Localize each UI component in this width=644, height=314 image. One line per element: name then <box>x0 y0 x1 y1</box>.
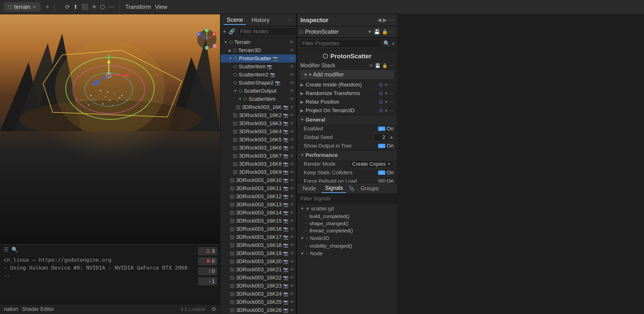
warning-badge[interactable]: ⚠ 3 <box>198 247 217 255</box>
rock8-vis-icon[interactable]: 👁 <box>290 162 294 167</box>
tab-groups[interactable]: Groups <box>357 184 382 193</box>
tree-item-rock1[interactable]: ⬛ 3DRock003_16K 📷 👁 <box>220 103 296 111</box>
rock11-vis-icon[interactable]: 👁 <box>290 186 294 191</box>
tree-item-rock15[interactable]: ⬛ 3DRock003_16K15 📷 👁 <box>220 217 296 225</box>
info-badge[interactable]: i 1 <box>198 277 217 285</box>
scatteritem-sub-vis-icon[interactable]: 👁 <box>290 97 294 102</box>
tab-node[interactable]: Node <box>300 184 319 193</box>
nav-forward-icon[interactable]: ▶ <box>383 17 387 23</box>
enabled-toggle[interactable]: ✓ <box>378 127 385 131</box>
rock5-cam-icon[interactable]: 📷 <box>283 137 288 142</box>
tree-item-scatteritem2[interactable]: ⬡ ScatterItem2 📷 👁 <box>220 71 296 79</box>
rock20-cam-icon[interactable]: 📷 <box>283 259 288 264</box>
rock14-vis-icon[interactable]: 👁 <box>290 210 294 215</box>
rock19-cam-icon[interactable]: 📷 <box>283 251 288 256</box>
signal-search-input[interactable] <box>297 194 397 204</box>
rock21-vis-icon[interactable]: 👁 <box>290 267 294 272</box>
error-badge[interactable]: ✖ 0 <box>198 257 217 265</box>
tree-item-rock19[interactable]: ⬛ 3DRock003_16K19 📷 👁 <box>220 249 296 257</box>
modifier-more-icon[interactable]: ⋯ <box>389 63 394 68</box>
insp-save-icon[interactable]: 💾 <box>374 29 380 35</box>
rock22-vis-icon[interactable]: 👁 <box>290 275 294 280</box>
rock3-vis-icon[interactable]: 👁 <box>290 121 294 126</box>
rock16-vis-icon[interactable]: 👁 <box>290 227 294 232</box>
signal-group-node3d[interactable]: ▼ ○ Node3D <box>297 234 397 242</box>
modifier1-check[interactable]: ☑ <box>379 82 383 87</box>
transform-label[interactable]: Transform <box>125 3 151 10</box>
terrain3d-vis-icon[interactable]: 👁 <box>290 48 294 53</box>
tree-item-scatteroutput[interactable]: ▼ ⬡ ScatterOutput 👁 <box>220 87 296 95</box>
scatteritem2-vis-icon[interactable]: 👁 <box>290 72 294 77</box>
box-icon[interactable]: ⬛ <box>81 3 88 10</box>
insp-filter-icon[interactable]: ≡ <box>392 41 394 46</box>
view-label[interactable]: View <box>155 3 168 10</box>
tree-item-terrain[interactable]: ▼ ⬡ Terrain 👁 <box>220 38 296 46</box>
rock9-vis-icon[interactable]: 👁 <box>290 170 294 175</box>
rock10-vis-icon[interactable]: 👁 <box>290 178 294 183</box>
rock2-vis-icon[interactable]: 👁 <box>290 113 294 118</box>
tab-history[interactable]: History <box>249 16 272 24</box>
rock15-vis-icon[interactable]: 👁 <box>290 218 294 223</box>
tree-item-terrain3d[interactable]: ▶ ⬡ Terrain3D 👁 <box>220 46 296 54</box>
scattershape2-cam-icon[interactable]: 📷 <box>275 80 280 85</box>
modifier-save-icon[interactable]: 💾 <box>375 63 380 68</box>
rock25-cam-icon[interactable]: 📷 <box>283 300 288 305</box>
rock3-cam-icon[interactable]: 📷 <box>283 121 288 126</box>
signal-group-scatter[interactable]: ▼ ⚙ scatter.gd <box>297 205 397 213</box>
tree-item-rock3[interactable]: ⬛ 3DRock003_16K3 📷 👁 <box>220 119 296 128</box>
insp-lock-icon[interactable]: 🔒 <box>382 29 388 35</box>
tree-item-rock2[interactable]: ⬛ 3DRock003_16K2 📷 👁 <box>220 111 296 119</box>
inspector-more-icon[interactable]: ⋯ <box>388 17 394 23</box>
rock18-vis-icon[interactable]: 👁 <box>290 243 294 248</box>
move-icon[interactable]: ⬆ <box>73 3 78 10</box>
rock10-cam-icon[interactable]: 📷 <box>283 178 288 183</box>
global-seed-input[interactable]: 2 <box>374 134 388 141</box>
tree-item-rock26[interactable]: ⬛ 3DRock003_16K26 📷 👁 <box>220 306 296 314</box>
modifier3-more[interactable]: ⋯ <box>389 99 394 105</box>
tree-item-rock13[interactable]: ⬛ 3DRock003_16K13 📷 👁 <box>220 201 296 209</box>
rock1-vis-icon[interactable]: 👁 <box>290 105 294 110</box>
scatteroutput-vis-icon[interactable]: 👁 <box>290 89 294 94</box>
nav-back-icon[interactable]: ◀ <box>377 17 382 23</box>
link-icon[interactable]: 🔗 <box>228 28 235 35</box>
terrain-tab-close[interactable]: ✕ <box>32 4 36 10</box>
tree-item-rock5[interactable]: ⬛ 3DRock003_16K5 📷 👁 <box>220 136 296 144</box>
insp-search-input[interactable] <box>300 39 382 48</box>
insp-dot-icon[interactable]: ⋯ <box>390 29 394 35</box>
tab-scene[interactable]: Scene <box>224 15 246 25</box>
rock15-cam-icon[interactable]: 📷 <box>283 218 288 223</box>
tree-item-rock25[interactable]: ⬛ 3DRock003_16K25 📷 👁 <box>220 298 296 306</box>
modifier4-more[interactable]: ⋯ <box>389 108 394 113</box>
force-rebuild-toggle[interactable] <box>378 179 385 183</box>
rock19-vis-icon[interactable]: 👁 <box>290 251 294 256</box>
tree-item-rock16[interactable]: ⬛ 3DRock003_16K16 📷 👁 <box>220 225 296 233</box>
rock23-vis-icon[interactable]: 👁 <box>290 284 294 289</box>
modifier3-x[interactable]: ✕ <box>384 99 388 105</box>
show-output-toggle[interactable]: ✓ <box>378 144 385 148</box>
rock8-cam-icon[interactable]: 📷 <box>283 161 288 167</box>
render-mode-dropdown[interactable]: Create Copies ▼ <box>350 160 394 168</box>
rock26-vis-icon[interactable]: 👁 <box>290 308 294 313</box>
tree-item-rock20[interactable]: ⬛ 3DRock003_16K20 📷 👁 <box>220 257 296 266</box>
tree-item-rock10[interactable]: ⬛ 3DRock003_16K10 📷 👁 <box>220 176 296 184</box>
modifier2-check[interactable]: ☑ <box>379 91 383 96</box>
rock13-cam-icon[interactable]: 📷 <box>283 202 288 207</box>
rock6-cam-icon[interactable]: 📷 <box>283 145 288 151</box>
scatteritem-cam-icon[interactable]: 📷 <box>267 64 272 69</box>
rock22-cam-icon[interactable]: 📷 <box>283 275 288 280</box>
shader-editor-label[interactable]: Shader Editor <box>22 306 54 312</box>
rock14-cam-icon[interactable]: 📷 <box>283 210 288 215</box>
animation-label[interactable]: nation <box>4 306 18 312</box>
rock20-vis-icon[interactable]: 👁 <box>290 259 294 264</box>
signal-group-node[interactable]: ▼ ○ Node <box>297 250 397 258</box>
tree-item-rock18[interactable]: ⬛ 3DRock003_16K18 📷 👁 <box>220 241 296 249</box>
refresh-icon[interactable]: ⟳ <box>65 3 70 10</box>
proton-cam-icon[interactable]: 📷 <box>272 56 278 61</box>
terrain-tab[interactable]: ⬡ terrain ✕ <box>4 2 41 12</box>
rock21-cam-icon[interactable]: 📷 <box>283 267 288 272</box>
layout-icon[interactable]: ⚙ <box>212 306 216 312</box>
rock24-cam-icon[interactable]: 📷 <box>283 291 288 297</box>
rock13-vis-icon[interactable]: 👁 <box>290 202 294 207</box>
rock5-vis-icon[interactable]: 👁 <box>290 137 294 142</box>
rock17-vis-icon[interactable]: 👁 <box>290 235 294 240</box>
